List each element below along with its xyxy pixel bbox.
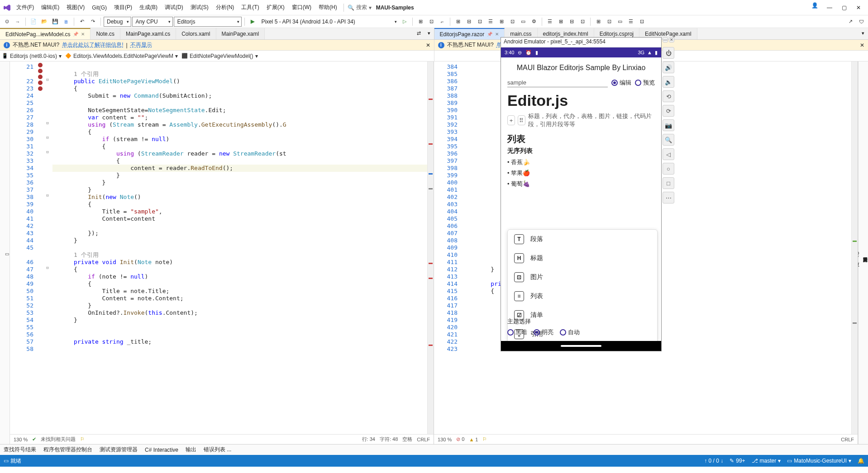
open-button[interactable]: 📂 (39, 17, 49, 27)
bottom-tab[interactable]: 测试资源管理器 (100, 446, 138, 454)
start-debug-button[interactable]: ▶ (248, 17, 258, 27)
tb-icon[interactable]: ⊡ (637, 17, 647, 27)
app-body[interactable]: MAUI Blazor Editorjs Sample By Linxiao s… (501, 57, 661, 341)
tb-icon[interactable]: ☰ (545, 17, 555, 27)
emu-screenshot-button[interactable]: 📷 (663, 119, 674, 131)
add-block-button[interactable]: + (507, 115, 515, 125)
list-item[interactable]: • 香蕉🍌 (507, 157, 655, 168)
list-subheading[interactable]: 无序列表 (507, 147, 655, 155)
menu-debug[interactable]: 调试(D) (162, 2, 186, 13)
crumb-namespace[interactable]: 🔶Editorjs.ViewModels.EditNotePageViewM▾ (65, 53, 178, 59)
tb-icon[interactable]: ⊞ (415, 17, 425, 27)
tab-note[interactable]: Note.cs (91, 28, 120, 39)
menu-help[interactable]: 帮助(H) (316, 2, 340, 13)
config-dropdown[interactable]: Debug (104, 17, 131, 27)
emu-minimize-icon[interactable]: — (663, 37, 668, 43)
tb-icon[interactable]: ⊟ (567, 17, 577, 27)
tab-editnotepageviewmodel[interactable]: EditNotePag...iewModel.cs 📌 ✕ (0, 28, 91, 39)
popup-item-image[interactable]: ⊡图片 (508, 268, 657, 287)
menu-analyze[interactable]: 分析(N) (213, 2, 237, 13)
theme-light-radio[interactable]: 明亮 (534, 328, 553, 336)
admin-button[interactable]: 🛡 (856, 17, 866, 27)
git-repo[interactable]: ▭ MatoMusic-GestureUI ▾ (787, 458, 851, 464)
nav-fwd-button[interactable]: → (13, 17, 23, 27)
menu-test[interactable]: 测试(S) (188, 2, 211, 13)
tab-editorjspage[interactable]: EditorjsPage.razor 📌 ✕ (434, 28, 505, 39)
fold-gutter[interactable] (468, 61, 475, 434)
emu-rotate-left-button[interactable]: ⟲ (663, 90, 674, 102)
emu-rotate-right-button[interactable]: ⟳ (663, 105, 674, 117)
phone-nav-bar[interactable] (501, 341, 661, 351)
git-stash[interactable]: ✎ 99+ (730, 458, 745, 464)
warn-count[interactable]: ▲ 1 (469, 437, 478, 442)
info-link-learn[interactable]: 单击此处以了解详细信息! (62, 41, 123, 49)
tab-mainpage-cs[interactable]: MainPage.xaml.cs (120, 28, 176, 39)
start-nodebug-button[interactable]: ▷ (400, 17, 410, 27)
menu-git[interactable]: Git(G) (89, 3, 110, 13)
theme-auto-radio[interactable]: 自动 (560, 328, 580, 336)
tb-icon[interactable]: ⊡ (507, 17, 517, 27)
tb-icon[interactable]: ▭ (518, 17, 528, 27)
undo-button[interactable]: ↶ (77, 17, 87, 27)
bottom-tab[interactable]: 查找符号结果 (4, 446, 36, 454)
code-editor-left[interactable]: 2122232425262728293031323334353637383940… (10, 61, 434, 434)
menu-tools[interactable]: 工具(T) (238, 2, 262, 13)
menu-edit[interactable]: 编辑(E) (38, 2, 62, 13)
tb-icon[interactable]: ⊟ (464, 17, 474, 27)
notification-icon[interactable]: 🔔 (858, 458, 864, 464)
mode-preview-radio[interactable]: 预览 (635, 79, 655, 87)
tb-icon[interactable]: ⊞ (593, 17, 603, 27)
zoom-level[interactable]: 130 % (438, 437, 452, 442)
tb-icon[interactable]: ⚙ (529, 17, 539, 27)
save-all-button[interactable]: 🗎 (61, 17, 71, 27)
new-button[interactable]: 📄 (29, 17, 38, 27)
close-button[interactable]: ✕ (852, 2, 865, 13)
account-icon[interactable]: 👤 (811, 2, 818, 13)
startup-project-dropdown[interactable]: Editorjs (174, 17, 242, 27)
git-branch[interactable]: ⎇ master ▾ (752, 458, 781, 464)
tb-icon[interactable]: ⊡ (426, 17, 436, 27)
tab-mainpage-xaml[interactable]: MainPage.xaml (216, 28, 265, 39)
menu-window[interactable]: 窗口(W) (289, 2, 314, 13)
tb-icon[interactable]: ⊞ (453, 17, 463, 27)
popup-item-heading[interactable]: H标题 (508, 249, 657, 268)
col-indicator[interactable]: 字符: 48 (380, 436, 398, 443)
emu-volup-button[interactable]: 🔊 (663, 61, 674, 73)
list-heading[interactable]: 列表 (507, 133, 655, 145)
info-link-dismiss[interactable]: 不再显示 (130, 41, 152, 49)
title-input[interactable]: sample (507, 78, 608, 87)
error-count[interactable]: ⊘ 0 (456, 436, 464, 442)
mode-edit-radio[interactable]: 编辑 (611, 79, 631, 87)
tb-icon[interactable]: ▭ (615, 17, 625, 27)
bottom-tab[interactable]: 程序包管理器控制台 (43, 446, 92, 454)
menu-build[interactable]: 生成(B) (137, 2, 160, 13)
eol-indicator[interactable]: CRLF (841, 437, 854, 442)
save-button[interactable]: 💾 (50, 17, 60, 27)
crumb-project[interactable]: 📱Editorjs (net8.0-ios)▾ (2, 53, 62, 59)
overview-ruler[interactable] (427, 61, 434, 434)
emu-power-button[interactable]: ⏻ (663, 47, 674, 59)
emu-zoom-button[interactable]: 🔍 (663, 134, 674, 146)
emu-close-icon[interactable]: ✕ (669, 37, 674, 43)
tb-icon[interactable]: ⌐ (437, 17, 447, 27)
tab-overflow-icon[interactable]: ⇄ (414, 28, 424, 38)
tab-menu-icon[interactable]: ▾ (424, 28, 434, 38)
popup-item-list[interactable]: ≡列表 (508, 287, 657, 306)
tb-icon[interactable]: ☰ (626, 17, 636, 27)
redo-button[interactable]: ↷ (88, 17, 98, 27)
zoom-level[interactable]: 130 % (14, 437, 28, 442)
nav-back-button[interactable]: ⊙ (2, 17, 12, 27)
fold-gutter[interactable]: ⊟⊟⊟⊟⊟⊟ (44, 61, 51, 434)
pin-icon[interactable]: 📌 (73, 32, 78, 37)
right-toolstrip[interactable]: 解决方案资源管理器 Git 更改 (858, 61, 868, 444)
menu-file[interactable]: 文件(F) (14, 2, 37, 13)
menu-project[interactable]: 项目(P) (111, 2, 135, 13)
close-icon[interactable]: ✕ (495, 32, 499, 37)
close-icon[interactable]: ✕ (81, 32, 85, 37)
tb-icon[interactable]: ⊡ (577, 17, 587, 27)
popup-item-paragraph[interactable]: T段落 (508, 230, 657, 249)
menu-view[interactable]: 视图(V) (64, 2, 87, 13)
tab-colors[interactable]: Colors.xaml (176, 28, 216, 39)
tb-icon[interactable]: ⊡ (604, 17, 614, 27)
platform-dropdown[interactable]: Any CPU (132, 17, 173, 27)
